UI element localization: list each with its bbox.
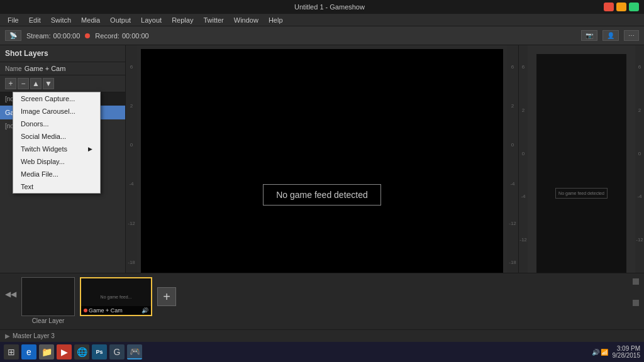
record-time: 00:00:00 — [122, 32, 149, 40]
remove-layer-button[interactable]: − — [18, 78, 29, 89]
record-indicator — [85, 33, 90, 38]
photoshop-icon[interactable]: Ps — [92, 344, 107, 359]
shot-thumb-1[interactable] — [21, 277, 75, 316]
toolbar-more-btn[interactable]: ⋯ — [624, 30, 639, 41]
shot-layers-header: Shot Layers — [0, 45, 125, 62]
dropdown-text[interactable]: Text — [13, 180, 100, 193]
add-layer-dropdown: Screen Capture... Image Carousel... Dono… — [13, 92, 101, 194]
dropdown-screen-capture[interactable]: Screen Capture... — [13, 92, 100, 105]
menu-help[interactable]: Help — [264, 15, 288, 25]
title-bar: Untitled 1 - Gameshow — [0, 0, 644, 14]
dropdown-media-file[interactable]: Media File... — [13, 168, 100, 180]
timeline-area: ◀◀ Clear Layer No game feed... Game + Ca… — [0, 273, 644, 342]
maximize-button[interactable] — [616, 3, 626, 11]
taskbar-right: 🔊 📶 3:09 PM 9/28/2015 — [592, 345, 640, 359]
sys-icons: 🔊 📶 — [592, 349, 609, 356]
minimize-button[interactable] — [604, 3, 614, 11]
menu-output[interactable]: Output — [105, 15, 136, 25]
add-buttons-row: + − ▲ ▼ Screen Capture... Image Carousel… — [0, 75, 125, 92]
menu-media[interactable]: Media — [76, 15, 105, 25]
menu-edit[interactable]: Edit — [24, 15, 46, 25]
shot-live-dot — [84, 309, 87, 312]
live-no-game-message: No game feed detected — [555, 188, 608, 199]
taskbar-left: ⊞ e 📁 ▶ 🌐 Ps G 🎮 — [4, 344, 142, 359]
master-layer-label: Master Layer 3 — [13, 332, 55, 339]
toolbar-user-btn[interactable]: 👤 — [602, 30, 619, 41]
media-icon[interactable]: ▶ — [57, 344, 72, 359]
clock-date: 9/28/2015 — [613, 352, 641, 359]
move-down-button[interactable]: ▼ — [43, 78, 54, 89]
dropdown-social-media[interactable]: Social Media... — [13, 130, 100, 143]
clear-layer-label: Clear Layer — [32, 317, 65, 324]
app-title: Untitled 1 - Gameshow — [55, 3, 604, 11]
ie-icon[interactable]: e — [21, 344, 36, 359]
wifi-icon: 📡 — [9, 32, 17, 39]
toolbar-icon1[interactable]: 📡 — [5, 30, 21, 41]
toolbar: 📡 Stream: 00:00:00 Record: 00:00:00 📷 👤 … — [0, 26, 644, 45]
shot-thumb-2-text: No game feed... — [101, 295, 132, 299]
name-row: Name Game + Cam — [0, 62, 125, 75]
taskbar: ⊞ e 📁 ▶ 🌐 Ps G 🎮 🔊 📶 3:09 PM 9/28/2015 — [0, 342, 644, 362]
menu-layout[interactable]: Layout — [136, 15, 167, 25]
timeline-collapse-btn[interactable]: ◀◀ — [5, 290, 16, 299]
start-button[interactable]: ⊞ — [4, 344, 19, 359]
record-label: Record: — [95, 32, 119, 40]
add-shot-button[interactable]: + — [157, 287, 176, 306]
clock-time: 3:09 PM — [613, 345, 641, 352]
dropdown-donors[interactable]: Donors... — [13, 118, 100, 130]
scroll-up-btn[interactable] — [633, 278, 639, 285]
expand-icon[interactable]: ▶ — [5, 332, 10, 339]
move-up-button[interactable]: ▲ — [30, 78, 42, 89]
dropdown-twitch-widgets[interactable]: Twitch Widgets ▶ — [13, 143, 100, 155]
menu-window[interactable]: Window — [229, 15, 264, 25]
dropdown-image-carousel[interactable]: Image Carousel... — [13, 105, 100, 118]
gameshow-icon[interactable]: G — [109, 344, 125, 359]
close-button[interactable] — [629, 3, 639, 11]
add-layer-button[interactable]: + — [5, 78, 16, 89]
menu-twitter[interactable]: Twitter — [198, 15, 228, 25]
menu-switch[interactable]: Switch — [46, 15, 76, 25]
menu-replay[interactable]: Replay — [167, 15, 198, 25]
shot-thumb-2[interactable]: No game feed... Game + Cam 🔊 — [80, 277, 152, 316]
window-controls[interactable] — [604, 3, 639, 11]
master-layer-row: ▶ Master Layer 3 — [0, 329, 644, 342]
chrome-icon[interactable]: 🌐 — [74, 344, 89, 359]
no-game-feed-message: No game feed detected — [263, 184, 381, 206]
scroll-down-btn[interactable] — [633, 300, 639, 306]
name-value: Game + Cam — [25, 65, 66, 72]
gameshow-active[interactable]: 🎮 — [127, 344, 142, 359]
stream-info: Stream: 00:00:00 — [26, 32, 80, 40]
stream-label: Stream: — [26, 32, 51, 40]
stream-time: 00:00:00 — [53, 32, 80, 40]
menu-bar: File Edit Switch Media Output Layout Rep… — [0, 14, 644, 26]
toolbar-cam-btn[interactable]: 📷 — [581, 30, 597, 41]
shot-thumb-2-label: Game + Cam 🔊 — [81, 306, 151, 315]
time-display: 3:09 PM 9/28/2015 — [613, 345, 641, 359]
name-label: Name — [5, 65, 22, 72]
dropdown-web-display[interactable]: Web Display... — [13, 155, 100, 168]
folder-icon[interactable]: 📁 — [39, 344, 54, 359]
shot-audio-icons: 🔊 — [142, 307, 148, 314]
record-info: Record: 00:00:00 — [95, 32, 148, 40]
menu-file[interactable]: File — [3, 15, 24, 25]
submenu-arrow: ▶ — [88, 146, 92, 152]
